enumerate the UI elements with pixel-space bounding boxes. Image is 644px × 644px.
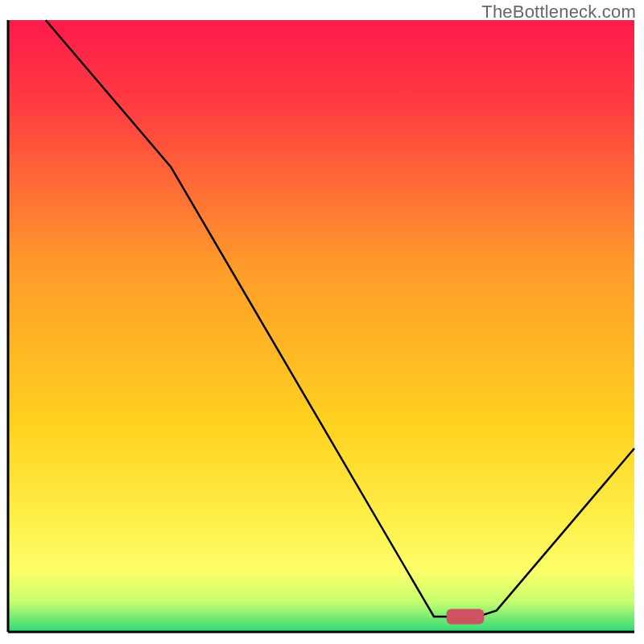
heatmap-background — [8, 20, 634, 632]
bottleneck-chart — [0, 0, 644, 644]
watermark-text: TheBottleneck.com — [481, 2, 636, 23]
optimal-marker — [447, 609, 485, 625]
